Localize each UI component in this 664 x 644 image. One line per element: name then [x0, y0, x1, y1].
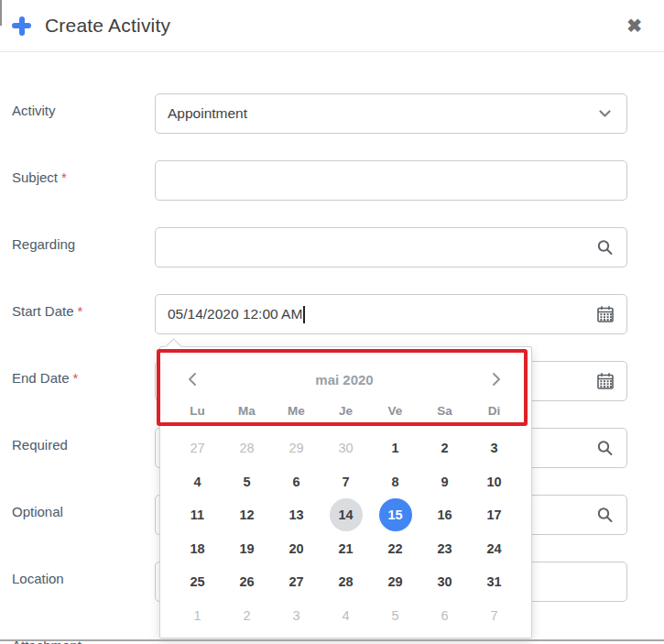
day-cell[interactable]: 30	[420, 565, 470, 599]
day-cell[interactable]: 29	[272, 431, 321, 465]
day-cell[interactable]: 28	[223, 431, 272, 465]
activity-input[interactable]: Appointment	[155, 93, 627, 134]
day-number: 30	[330, 431, 363, 464]
day-number: 16	[429, 498, 462, 531]
day-cell[interactable]: 31	[470, 565, 519, 599]
field-label-location: Location	[12, 562, 155, 602]
day-cell[interactable]: 4	[173, 465, 223, 499]
day-cell[interactable]: 26	[223, 565, 272, 599]
day-cell[interactable]: 1	[173, 599, 223, 633]
day-number: 9	[429, 465, 462, 498]
day-cell[interactable]: 18	[173, 532, 223, 566]
day-cell[interactable]: 19	[223, 532, 272, 566]
day-number: 19	[231, 532, 264, 565]
day-cell[interactable]: 3	[470, 431, 519, 465]
search-icon[interactable]	[596, 239, 614, 257]
day-number: 17	[478, 498, 511, 531]
day-cell[interactable]: 12	[223, 498, 272, 532]
day-cell[interactable]: 6	[272, 465, 321, 499]
day-cell[interactable]: 2	[420, 431, 470, 465]
chevron-down-icon[interactable]	[596, 105, 614, 123]
field-label-subject: Subject*	[12, 160, 155, 201]
day-cell-today[interactable]: 14	[321, 498, 371, 532]
day-cell[interactable]: 21	[321, 532, 371, 566]
search-icon[interactable]	[596, 507, 614, 524]
chevron-left-icon[interactable]	[185, 371, 201, 387]
field-label-optional: Optional	[12, 495, 155, 535]
start-date-input[interactable]: 05/14/2020 12:00 AM	[155, 294, 627, 334]
required-asterisk: *	[73, 370, 79, 386]
day-cell[interactable]: 8	[371, 465, 420, 499]
calendar-icon[interactable]	[597, 306, 614, 323]
day-number: 2	[429, 431, 462, 464]
weekday-label: Me	[272, 404, 321, 418]
day-number: 29	[280, 431, 313, 464]
day-cell[interactable]: 11	[173, 498, 223, 532]
close-icon[interactable]: ✖	[626, 16, 642, 35]
day-cell[interactable]: 16	[420, 498, 470, 532]
weekday-label: Ma	[223, 404, 272, 418]
regarding-input[interactable]	[155, 227, 627, 267]
day-cell[interactable]: 27	[272, 565, 321, 599]
day-cell[interactable]: 20	[272, 532, 321, 566]
day-cell[interactable]: 23	[420, 532, 470, 566]
day-cell[interactable]: 2	[223, 599, 272, 633]
day-number: 3	[478, 431, 511, 464]
day-cell[interactable]: 6	[420, 599, 470, 633]
day-cell[interactable]: 22	[371, 532, 420, 566]
day-cell[interactable]: 13	[272, 498, 321, 532]
day-cell[interactable]: 30	[321, 431, 371, 465]
month-year-label: mai 2020	[201, 372, 487, 387]
chevron-right-icon[interactable]	[487, 371, 504, 387]
window-edge-tick	[0, 0, 2, 26]
weekday-label: Ve	[371, 404, 420, 418]
day-cell[interactable]: 5	[223, 465, 272, 499]
required-asterisk: *	[61, 169, 67, 185]
field-label-end-date: End Date*	[12, 361, 155, 401]
day-cell[interactable]: 28	[321, 565, 371, 599]
field-label-attachment: Attachment	[12, 628, 155, 644]
day-number: 4	[330, 599, 363, 632]
day-number: 28	[330, 565, 363, 598]
day-number: 10	[478, 465, 511, 498]
day-cell[interactable]: 7	[470, 599, 519, 633]
day-cell[interactable]: 25	[173, 565, 223, 599]
day-number: 22	[379, 532, 412, 565]
day-number: 4	[181, 465, 214, 498]
day-number: 27	[280, 565, 313, 598]
day-cell[interactable]: 4	[321, 599, 371, 633]
field-row-subject: Subject*	[12, 160, 664, 201]
day-number: 6	[429, 599, 462, 632]
calendar-grid: 2728293012345678910111213141516171819202…	[160, 431, 531, 632]
field-label-activity: Activity	[12, 93, 155, 134]
day-number: 14	[330, 498, 363, 531]
day-number: 21	[330, 532, 363, 565]
day-cell[interactable]: 5	[371, 599, 420, 633]
day-number: 23	[429, 532, 462, 565]
page-bottom-divider	[0, 639, 664, 641]
day-number: 2	[231, 599, 264, 632]
day-cell[interactable]: 3	[272, 599, 321, 633]
day-cell[interactable]: 10	[470, 465, 519, 499]
dialog-header: Create Activity ✖	[0, 0, 664, 52]
day-cell[interactable]: 17	[470, 498, 519, 532]
day-cell[interactable]: 24	[470, 532, 519, 566]
day-number: 27	[181, 431, 214, 464]
dialog-title: Create Activity	[45, 15, 170, 37]
subject-input[interactable]	[155, 160, 627, 201]
day-cell[interactable]: 27	[173, 431, 223, 465]
search-icon[interactable]	[596, 440, 614, 457]
day-number: 25	[181, 565, 214, 598]
field-row-regarding: Regarding	[12, 227, 664, 267]
day-cell-selected[interactable]: 15	[371, 498, 420, 532]
day-cell[interactable]: 7	[321, 465, 371, 499]
day-number: 1	[181, 599, 214, 632]
weekday-label: Je	[321, 404, 371, 418]
field-label-required: Required	[12, 428, 155, 468]
datepicker-popup: mai 2020 LuMaMeJeVeSaDi 2728293012345678…	[159, 346, 532, 639]
day-cell[interactable]: 29	[371, 565, 420, 599]
day-cell[interactable]: 1	[371, 431, 420, 465]
day-number: 26	[231, 565, 264, 598]
calendar-icon[interactable]	[597, 373, 614, 390]
day-cell[interactable]: 9	[420, 465, 470, 499]
